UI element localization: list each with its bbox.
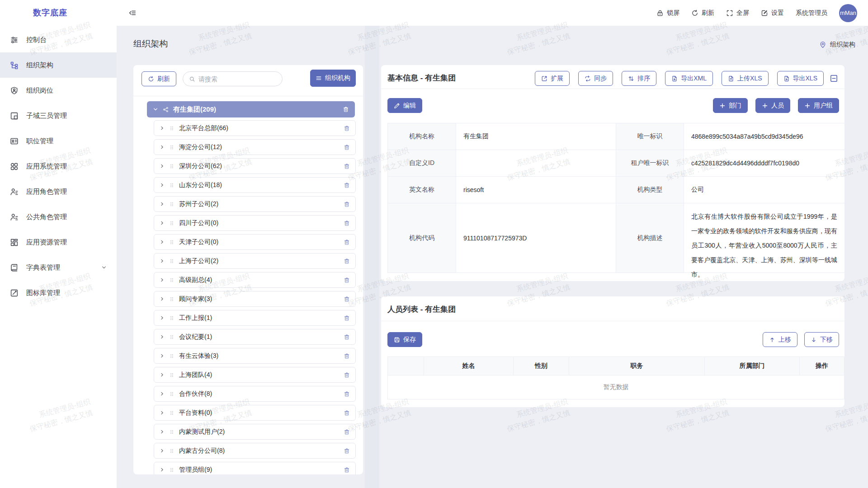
trash-icon[interactable]	[344, 163, 350, 169]
chevron-right-icon[interactable]	[160, 145, 165, 150]
sidebar-item-icon-library[interactable]: 图标库管理	[0, 280, 117, 305]
header-menu-lock-screen[interactable]: 锁屏	[656, 9, 679, 17]
tree-refresh-button[interactable]: 刷新	[142, 71, 176, 86]
trash-icon[interactable]	[344, 372, 350, 378]
drag-icon[interactable]	[169, 277, 175, 283]
avatar[interactable]: mMan	[839, 4, 857, 22]
drag-icon[interactable]	[169, 202, 175, 207]
trash-icon[interactable]	[344, 182, 350, 188]
drag-icon[interactable]	[169, 183, 175, 188]
drag-icon[interactable]	[169, 334, 175, 340]
drag-icon[interactable]	[169, 429, 175, 435]
chevron-right-icon[interactable]	[160, 467, 165, 472]
chevron-right-icon[interactable]	[160, 164, 165, 169]
drag-icon[interactable]	[169, 315, 175, 321]
tree-node[interactable]: 内蒙测试用户(2)	[154, 424, 356, 440]
drag-icon[interactable]	[169, 296, 175, 302]
export-xml-button[interactable]: 导出XML	[665, 71, 713, 86]
tree-node[interactable]: 合作伙伴(8)	[154, 386, 356, 402]
tree-search-input[interactable]	[198, 75, 276, 83]
sidebar-item-dictionary[interactable]: 字典表管理	[0, 255, 117, 280]
tree-node[interactable]: 平台资料(0)	[154, 405, 356, 421]
sidebar-item-console[interactable]: 控制台	[0, 27, 117, 52]
tree-node[interactable]: 会议纪要(1)	[154, 329, 356, 345]
drag-icon[interactable]	[169, 164, 175, 169]
chevron-right-icon[interactable]	[160, 448, 165, 453]
tree-node[interactable]: 山东分公司(18)	[154, 177, 356, 193]
tree-node[interactable]: 天津子公司(0)	[154, 234, 356, 250]
tree-node[interactable]: 顾问专家(3)	[154, 291, 356, 307]
upload-xls-button[interactable]: 上传XLS	[722, 71, 768, 86]
tree-node[interactable]: 上海团队(4)	[154, 367, 356, 383]
sidebar-item-app-system[interactable]: 应用系统管理	[0, 154, 117, 179]
chevron-right-icon[interactable]	[160, 277, 165, 282]
minimize-panel-icon[interactable]	[830, 74, 838, 83]
panel-splitter[interactable]	[365, 26, 379, 488]
chevron-down-icon[interactable]	[153, 107, 158, 112]
username[interactable]: 系统管理员	[796, 9, 827, 17]
trash-icon[interactable]	[344, 334, 350, 340]
tree-node[interactable]: 高级副总(4)	[154, 272, 356, 288]
save-button[interactable]: 保存	[387, 332, 422, 347]
sidebar-item-org-position[interactable]: 组织岗位	[0, 78, 117, 103]
trash-icon[interactable]	[344, 296, 350, 302]
tree-node[interactable]: 工作上报(1)	[154, 310, 356, 326]
add-department-button[interactable]: 部门	[713, 98, 748, 113]
tree-root-node[interactable]: 有生集团(209)	[147, 101, 355, 117]
drag-icon[interactable]	[169, 126, 175, 131]
chevron-right-icon[interactable]	[160, 183, 165, 188]
chevron-right-icon[interactable]	[160, 353, 165, 358]
drag-icon[interactable]	[169, 448, 175, 454]
sidebar-item-subdomain-admins[interactable]: 子域三员管理	[0, 103, 117, 128]
drag-icon[interactable]	[169, 467, 175, 473]
chevron-right-icon[interactable]	[160, 221, 165, 225]
add-usergroup-button[interactable]: 用户组	[798, 98, 839, 113]
trash-icon[interactable]	[344, 220, 350, 226]
trash-icon[interactable]	[344, 448, 350, 454]
sidebar-item-app-role[interactable]: 应用角色管理	[0, 179, 117, 204]
drag-icon[interactable]	[169, 145, 175, 150]
sync-button[interactable]: 同步	[578, 71, 613, 86]
add-person-button[interactable]: 人员	[755, 98, 790, 113]
drag-icon[interactable]	[169, 258, 175, 264]
tree-node[interactable]: 内蒙古分公司(8)	[154, 443, 356, 459]
edit-button[interactable]: 编辑	[387, 98, 422, 113]
header-menu-settings[interactable]: 设置	[761, 9, 784, 17]
move-up-button[interactable]: 上移	[763, 332, 797, 347]
trash-icon[interactable]	[344, 201, 350, 207]
tree-node[interactable]: 管理员组(9)	[154, 462, 356, 474]
move-down-button[interactable]: 下移	[804, 332, 839, 347]
trash-icon[interactable]	[344, 315, 350, 321]
drag-icon[interactable]	[169, 239, 175, 245]
sidebar-item-position-mgmt[interactable]: 职位管理	[0, 128, 117, 154]
tree-search-box[interactable]	[183, 71, 283, 86]
chevron-right-icon[interactable]	[160, 296, 165, 301]
drag-icon[interactable]	[169, 353, 175, 359]
drag-icon[interactable]	[169, 372, 175, 378]
export-xls-button[interactable]: 导出XLS	[777, 71, 824, 86]
chevron-right-icon[interactable]	[160, 315, 165, 320]
chevron-right-icon[interactable]	[160, 126, 165, 131]
tree-node[interactable]: 上海子公司(2)	[154, 253, 356, 269]
trash-icon[interactable]	[344, 125, 350, 131]
trash-icon[interactable]	[344, 467, 350, 473]
drag-icon[interactable]	[169, 410, 175, 416]
collapse-sidebar-icon[interactable]	[129, 9, 137, 17]
tree-node[interactable]: 四川子公司(0)	[154, 215, 356, 231]
trash-icon[interactable]	[343, 106, 349, 113]
chevron-right-icon[interactable]	[160, 258, 165, 263]
chevron-right-icon[interactable]	[160, 202, 165, 206]
expand-button[interactable]: 扩展	[535, 71, 570, 86]
trash-icon[interactable]	[344, 429, 350, 435]
chevron-right-icon[interactable]	[160, 429, 165, 434]
header-menu-refresh[interactable]: 刷新	[691, 9, 714, 17]
org-structure-button[interactable]: 组织机构	[310, 70, 356, 87]
tree-node[interactable]: 有生云体验(3)	[154, 348, 356, 364]
sidebar-item-app-resource[interactable]: 应用资源管理	[0, 230, 117, 255]
header-menu-fullscreen[interactable]: 全屏	[726, 9, 749, 17]
trash-icon[interactable]	[344, 353, 350, 359]
chevron-right-icon[interactable]	[160, 372, 165, 377]
trash-icon[interactable]	[344, 277, 350, 283]
trash-icon[interactable]	[344, 391, 350, 397]
tree-node[interactable]: 深圳分公司(62)	[154, 158, 356, 174]
